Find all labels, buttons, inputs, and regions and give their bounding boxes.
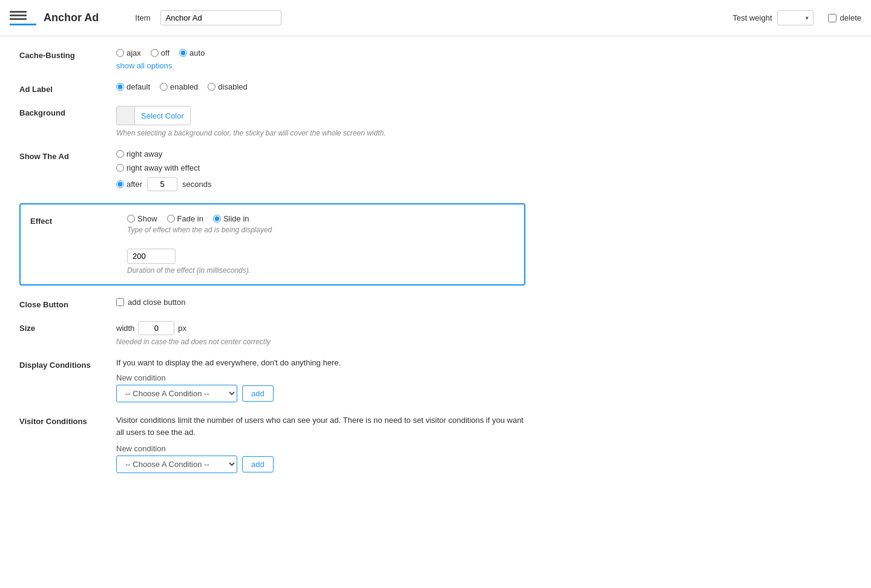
show-the-ad-row: Show The Ad right away right away with e… xyxy=(19,149,525,191)
color-swatch xyxy=(117,106,135,125)
ad-label-enabled[interactable]: enabled xyxy=(160,82,198,91)
radio-auto-label: auto xyxy=(189,48,205,57)
delete-section: delete xyxy=(828,13,861,22)
duration-input[interactable] xyxy=(127,249,176,264)
duration-hint: Duration of the effect (in milliseconds)… xyxy=(127,266,514,275)
background-hint: When selecting a background color, the s… xyxy=(116,129,525,137)
test-weight-label: Test weight xyxy=(733,13,772,22)
radio-off[interactable] xyxy=(151,49,159,57)
effect-label: Effect xyxy=(30,214,127,226)
show-after[interactable]: after seconds xyxy=(116,177,525,191)
display-condition-select[interactable]: -- Choose A Condition -- xyxy=(116,385,237,402)
radio-ajax[interactable] xyxy=(116,49,124,57)
radio-show[interactable] xyxy=(127,215,135,223)
radio-disabled[interactable] xyxy=(208,83,215,91)
radio-right-away[interactable] xyxy=(116,150,124,158)
radio-right-away-label: right away xyxy=(127,149,162,158)
close-button-checkbox-label: add close button xyxy=(128,298,185,307)
radio-enabled[interactable] xyxy=(160,83,168,91)
visitor-add-button[interactable]: add xyxy=(242,456,274,472)
delete-checkbox[interactable] xyxy=(828,14,836,22)
close-button-checkbox[interactable] xyxy=(116,298,124,306)
after-label: after xyxy=(127,180,142,189)
close-button-row: Close Button add close button xyxy=(19,298,525,309)
display-new-condition-label: New condition xyxy=(116,373,525,382)
effect-radio-group: Show Fade in Slide in xyxy=(127,214,514,223)
seconds-input[interactable] xyxy=(147,177,177,191)
display-add-button[interactable]: add xyxy=(242,385,274,402)
ad-label-label: Ad Label xyxy=(19,82,116,94)
item-label: Item xyxy=(135,13,150,22)
duration-section: Duration of the effect (in milliseconds)… xyxy=(127,239,514,275)
cache-busting-content: ajax off auto show all options xyxy=(116,48,525,70)
test-weight-section: Test weight xyxy=(733,10,813,25)
width-input[interactable] xyxy=(138,321,174,335)
close-button-checkbox-item[interactable]: add close button xyxy=(116,298,525,307)
logo-icon xyxy=(10,11,36,25)
delete-label: delete xyxy=(840,13,861,22)
size-content: width px Needed in case the ad does not … xyxy=(116,321,525,346)
cache-busting-label: Cache-Busting xyxy=(19,48,116,60)
ad-label-content: default enabled disabled xyxy=(116,82,525,91)
show-right-away-effect[interactable]: right away with effect xyxy=(116,163,525,172)
cache-busting-radio-group: ajax off auto xyxy=(116,48,525,57)
effect-hint: Type of effect when the ad is being disp… xyxy=(127,226,514,234)
top-bar: Anchor Ad Item Test weight delete xyxy=(0,0,871,36)
cache-busting-auto[interactable]: auto xyxy=(179,48,205,57)
show-the-ad-radio-stack: right away right away with effect after … xyxy=(116,149,525,191)
background-row: Background Select Color When selecting a… xyxy=(19,106,525,137)
test-weight-select-wrapper xyxy=(777,10,813,25)
width-label: width xyxy=(116,324,134,333)
radio-ajax-label: ajax xyxy=(127,48,141,57)
radio-default-label: default xyxy=(127,82,150,91)
effect-slide-in[interactable]: Slide in xyxy=(213,214,249,223)
radio-auto[interactable] xyxy=(179,49,187,57)
effect-box: Effect Show Fade in Slide in xyxy=(19,203,525,286)
radio-slide-in-label: Slide in xyxy=(223,214,249,223)
show-right-away[interactable]: right away xyxy=(116,149,525,158)
show-all-options-link[interactable]: show all options xyxy=(116,61,525,70)
ad-label-row: Ad Label default enabled disabled xyxy=(19,82,525,94)
radio-right-away-effect[interactable] xyxy=(116,164,124,172)
display-conditions-label: Display Conditions xyxy=(19,358,116,370)
radio-show-label: Show xyxy=(137,214,157,223)
radio-right-away-effect-label: right away with effect xyxy=(127,163,200,172)
ad-label-default[interactable]: default xyxy=(116,82,150,91)
visitor-conditions-content: Visitor conditions limit the number of u… xyxy=(116,414,525,473)
item-input[interactable] xyxy=(160,10,281,25)
radio-slide-in[interactable] xyxy=(213,215,221,223)
after-seconds-group: after seconds xyxy=(127,177,211,191)
visitor-conditions-label: Visitor Conditions xyxy=(19,414,116,426)
radio-fade-in[interactable] xyxy=(167,215,175,223)
radio-enabled-label: enabled xyxy=(170,82,198,91)
ad-label-disabled[interactable]: disabled xyxy=(208,82,247,91)
select-color-button[interactable]: Select Color xyxy=(116,106,191,125)
visitor-conditions-desc: Visitor conditions limit the number of u… xyxy=(116,414,525,438)
visitor-new-condition-label: New condition xyxy=(116,444,525,453)
background-label: Background xyxy=(19,106,116,117)
px-label: px xyxy=(178,324,186,333)
ad-label-radio-group: default enabled disabled xyxy=(116,82,525,91)
size-inputs: width px xyxy=(116,321,525,335)
display-conditions-content: If you want to display the ad everywhere… xyxy=(116,358,525,402)
close-button-content: add close button xyxy=(116,298,525,307)
visitor-condition-select[interactable]: -- Choose A Condition -- xyxy=(116,456,237,473)
radio-after[interactable] xyxy=(116,180,124,188)
effect-show[interactable]: Show xyxy=(127,214,157,223)
radio-default[interactable] xyxy=(116,83,124,91)
visitor-conditions-row: Visitor Conditions Visitor conditions li… xyxy=(19,414,525,473)
display-conditions-desc: If you want to display the ad everywhere… xyxy=(116,358,525,367)
test-weight-select[interactable] xyxy=(777,10,813,25)
size-hint: Needed in case the ad does not center co… xyxy=(116,338,525,346)
display-condition-row: -- Choose A Condition -- add xyxy=(116,385,525,402)
show-the-ad-content: right away right away with effect after … xyxy=(116,149,525,191)
close-button-label: Close Button xyxy=(19,298,116,309)
size-row: Size width px Needed in case the ad does… xyxy=(19,321,525,346)
seconds-label: seconds xyxy=(182,180,211,189)
cache-busting-off[interactable]: off xyxy=(151,48,169,57)
item-section: Item xyxy=(135,10,281,25)
radio-fade-in-label: Fade in xyxy=(177,214,203,223)
cache-busting-ajax[interactable]: ajax xyxy=(116,48,141,57)
display-conditions-row: Display Conditions If you want to displa… xyxy=(19,358,525,402)
effect-fade-in[interactable]: Fade in xyxy=(167,214,203,223)
